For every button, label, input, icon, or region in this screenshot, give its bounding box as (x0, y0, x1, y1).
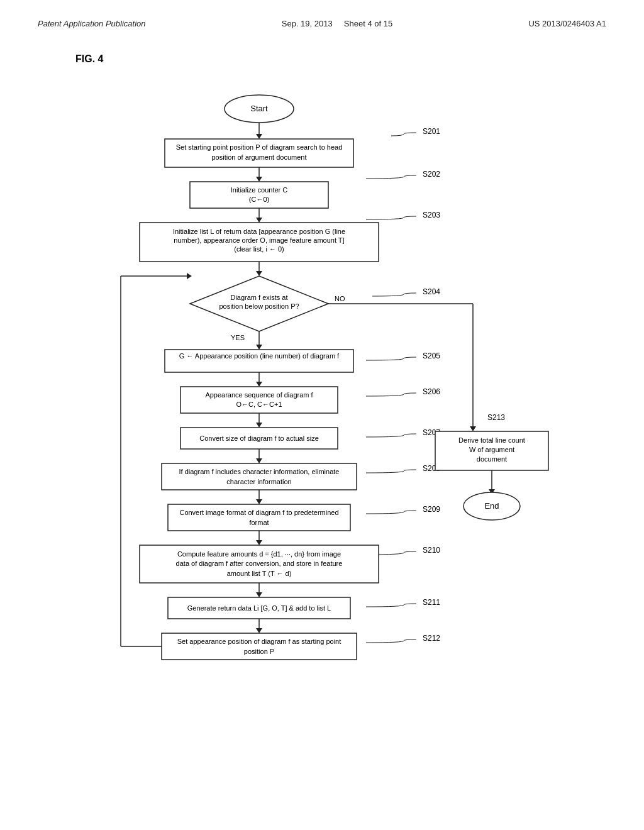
svg-marker-3 (256, 134, 262, 139)
svg-marker-9 (256, 177, 262, 182)
svg-text:number), appearance order O, i: number), appearance order O, image featu… (174, 236, 344, 244)
svg-marker-55 (256, 499, 262, 504)
svg-marker-81 (187, 273, 192, 279)
svg-text:G ← Appearance position (line : G ← Appearance position (line number) of… (179, 352, 340, 360)
svg-text:Convert size of diagram f to a: Convert size of diagram f to actual size (199, 434, 319, 442)
svg-marker-44 (256, 423, 262, 428)
svg-text:S204: S204 (423, 287, 440, 296)
svg-text:S211: S211 (423, 598, 440, 607)
svg-marker-38 (256, 382, 262, 387)
svg-text:(clear list, i ← 0): (clear list, i ← 0) (234, 245, 284, 253)
svg-text:NO: NO (335, 295, 345, 302)
svg-marker-22 (256, 271, 262, 276)
svg-text:format: format (249, 519, 269, 526)
svg-marker-49 (256, 458, 262, 463)
flowchart-diagram: Start S201 Set starting point position P… (64, 77, 580, 769)
header-sheet: Sheet 4 of 15 (344, 19, 392, 28)
svg-text:position P: position P (244, 648, 274, 655)
svg-text:Generate return data Li [G, O,: Generate return data Li [G, O, T] & add … (187, 604, 331, 612)
svg-text:S201: S201 (423, 127, 440, 136)
header-date-sheet: Sep. 19, 2013 Sheet 4 of 15 (282, 19, 392, 28)
figure-label: FIG. 4 (75, 53, 606, 65)
svg-text:End: End (484, 501, 499, 511)
svg-text:(C←0): (C←0) (249, 196, 269, 203)
svg-text:Compute feature amounts d = {d: Compute feature amounts d = {d1, ···, dn… (177, 550, 341, 558)
svg-text:O←C, C←C+1: O←C, C←C+1 (236, 401, 282, 408)
svg-text:S205: S205 (423, 351, 440, 360)
svg-text:Appearance sequence of diagram: Appearance sequence of diagram f (205, 391, 313, 399)
svg-marker-68 (256, 592, 262, 597)
svg-marker-29 (256, 345, 262, 350)
svg-text:Set appearance position of dia: Set appearance position of diagram f as … (177, 638, 341, 645)
svg-text:S210: S210 (423, 546, 440, 555)
svg-text:Initialize list L of return da: Initialize list L of return data [appear… (173, 228, 345, 235)
svg-text:Start: Start (250, 104, 268, 113)
svg-text:Diagram f exists at: Diagram f exists at (230, 294, 287, 301)
svg-text:YES: YES (231, 334, 245, 341)
svg-text:document: document (477, 455, 507, 463)
svg-text:character information: character information (226, 478, 291, 485)
svg-text:S202: S202 (423, 170, 440, 179)
svg-text:position below position P?: position below position P? (219, 302, 299, 310)
svg-text:Set starting point position P : Set starting point position P of diagram… (176, 143, 343, 151)
svg-text:S203: S203 (423, 211, 440, 219)
svg-marker-73 (256, 628, 262, 633)
svg-text:data of diagram f after conver: data of diagram f after conversion, and … (176, 560, 343, 567)
svg-text:Derive total line count: Derive total line count (458, 436, 525, 444)
svg-text:S213: S213 (487, 413, 505, 422)
svg-text:S206: S206 (423, 387, 440, 396)
svg-text:S212: S212 (423, 634, 440, 643)
svg-marker-33 (470, 426, 476, 431)
header-date: Sep. 19, 2013 (282, 19, 333, 28)
svg-marker-15 (256, 218, 262, 223)
page: Patent Application Publication Sep. 19, … (0, 0, 644, 830)
svg-text:amount list T (T ← d): amount list T (T ← d) (227, 570, 292, 577)
svg-marker-61 (256, 540, 262, 545)
svg-text:S209: S209 (423, 505, 440, 514)
page-header: Patent Application Publication Sep. 19, … (38, 19, 606, 28)
header-publication-label: Patent Application Publication (38, 19, 146, 28)
svg-text:If diagram f includes characte: If diagram f includes character informat… (179, 468, 340, 475)
header-patent-number: US 2013/0246403 A1 (528, 19, 606, 28)
svg-text:Convert image format of diagra: Convert image format of diagram f to pre… (179, 509, 338, 516)
svg-text:W of argument: W of argument (469, 446, 514, 453)
svg-text:Initialize counter C: Initialize counter C (231, 186, 288, 194)
svg-text:position of argument document: position of argument document (211, 153, 306, 161)
